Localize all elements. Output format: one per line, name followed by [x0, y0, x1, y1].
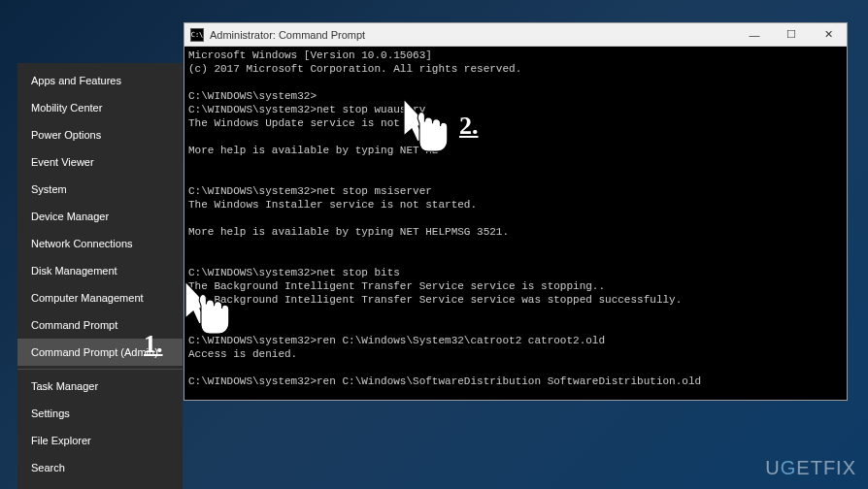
watermark-text: G: [781, 457, 797, 478]
menu-label: Power Options: [31, 129, 101, 141]
menu-label: Disk Management: [31, 265, 117, 277]
menu-command-prompt-admin[interactable]: Command Prompt (Admin): [17, 339, 183, 366]
cmd-icon: C:\: [190, 28, 204, 42]
menu-power-options[interactable]: Power Options: [17, 121, 183, 148]
menu-label: Command Prompt (Admin): [31, 346, 158, 358]
menu-event-viewer[interactable]: Event Viewer: [17, 148, 183, 176]
menu-search[interactable]: Search: [17, 454, 183, 481]
menu-label: Device Manager: [31, 211, 109, 222]
menu-label: Mobility Center: [31, 102, 102, 114]
menu-disk-management[interactable]: Disk Management: [17, 257, 183, 284]
menu-system[interactable]: System: [17, 176, 183, 203]
watermark-text: U: [765, 457, 780, 478]
menu-separator: [17, 369, 183, 370]
menu-file-explorer[interactable]: File Explorer: [17, 427, 183, 454]
minimize-icon: —: [750, 29, 760, 41]
menu-device-manager[interactable]: Device Manager: [17, 203, 183, 230]
command-prompt-window: C:\ Administrator: Command Prompt — ☐ ✕ …: [184, 22, 848, 401]
menu-task-manager[interactable]: Task Manager: [17, 373, 183, 400]
close-icon: ✕: [824, 28, 833, 41]
menu-command-prompt[interactable]: Command Prompt: [17, 311, 183, 339]
terminal-output[interactable]: Microsoft Windows [Version 10.0.15063] (…: [184, 47, 847, 400]
watermark-text: ETFIX: [796, 457, 856, 478]
menu-label: Settings: [31, 408, 70, 419]
menu-run[interactable]: Run: [17, 481, 183, 489]
menu-network-connections[interactable]: Network Connections: [17, 230, 183, 257]
minimize-button[interactable]: —: [736, 23, 773, 46]
maximize-icon: ☐: [786, 28, 796, 41]
watermark: UGETFIX: [765, 457, 856, 479]
titlebar[interactable]: C:\ Administrator: Command Prompt — ☐ ✕: [184, 23, 847, 47]
menu-label: Computer Management: [31, 292, 144, 304]
menu-label: Search: [31, 462, 65, 473]
menu-computer-management[interactable]: Computer Management: [17, 284, 183, 311]
menu-label: Network Connections: [31, 238, 133, 249]
maximize-button[interactable]: ☐: [773, 23, 810, 46]
winx-menu: Apps and Features Mobility Center Power …: [17, 63, 183, 489]
menu-label: Command Prompt: [31, 319, 117, 331]
menu-label: Apps and Features: [31, 75, 121, 86]
menu-apps-features[interactable]: Apps and Features: [17, 67, 183, 94]
menu-label: File Explorer: [31, 435, 91, 446]
menu-mobility-center[interactable]: Mobility Center: [17, 94, 183, 121]
menu-label: Task Manager: [31, 380, 98, 392]
close-button[interactable]: ✕: [810, 23, 847, 46]
menu-settings[interactable]: Settings: [17, 400, 183, 427]
window-title: Administrator: Command Prompt: [210, 29, 736, 41]
window-controls: — ☐ ✕: [736, 23, 847, 46]
menu-label: Event Viewer: [31, 156, 94, 168]
menu-label: System: [31, 183, 67, 195]
